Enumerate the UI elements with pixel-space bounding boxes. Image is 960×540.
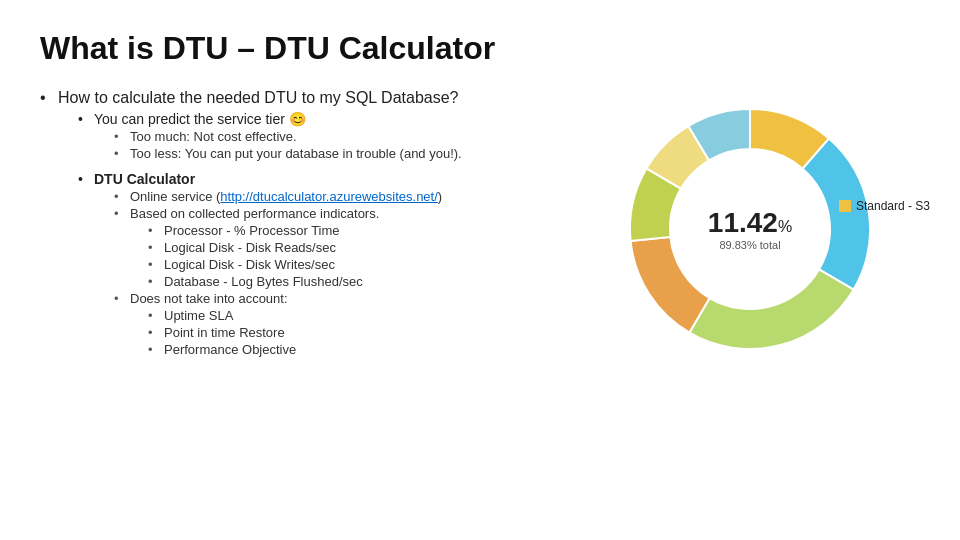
text-column: How to calculate the needed DTU to my SQ… — [40, 89, 580, 363]
list-item-l2-2: DTU Calculator Online service (http://dt… — [78, 171, 560, 357]
indicator-disk-reads: Logical Disk - Disk Reads/sec — [148, 240, 560, 255]
no-account-list: Uptime SLA Point in time Restore Perform… — [130, 308, 560, 357]
list-item-online-service: Online service (http://dtucalculator.azu… — [114, 189, 560, 204]
slide: What is DTU – DTU Calculator How to calc… — [0, 0, 960, 540]
list-item-l2-1: You can predict the service tier 😊 Too m… — [78, 111, 560, 161]
sub-list-1-1: Too much: Not cost effective. Too less: … — [94, 129, 560, 161]
donut-center: 11.42% 89.83% total — [708, 207, 792, 251]
no-account-point-restore: Point in time Restore — [148, 325, 560, 340]
list-item-based-on: Based on collected performance indicator… — [114, 206, 560, 289]
list-item-l1-1: How to calculate the needed DTU to my SQ… — [40, 89, 560, 357]
donut-total: 89.83% total — [708, 239, 792, 251]
list-item-l3-2: Too less: You can put your database in t… — [114, 146, 560, 161]
chart-column: 11.42% 89.83% total Standard - S3 — [580, 79, 920, 379]
content-area: How to calculate the needed DTU to my SQ… — [40, 89, 920, 379]
page-title: What is DTU – DTU Calculator — [40, 30, 920, 67]
list-item-does-not: Does not take into account: Uptime SLA P… — [114, 291, 560, 357]
indicator-log-bytes: Database - Log Bytes Flushed/sec — [148, 274, 560, 289]
donut-percent: 11.42% — [708, 207, 792, 239]
legend-color-standard — [839, 200, 851, 212]
main-list: How to calculate the needed DTU to my SQ… — [40, 89, 560, 357]
chart-legend: Standard - S3 — [839, 199, 930, 215]
legend-label-standard: Standard - S3 — [856, 199, 930, 213]
no-account-uptime: Uptime SLA — [148, 308, 560, 323]
legend-item-standard: Standard - S3 — [839, 199, 930, 213]
sub-list-1: You can predict the service tier 😊 Too m… — [58, 111, 560, 357]
sub-list-2-1: Online service (http://dtucalculator.azu… — [94, 189, 560, 357]
donut-chart: 11.42% 89.83% total — [600, 79, 900, 379]
indicators-list: Processor - % Processor Time Logical Dis… — [130, 223, 560, 289]
indicator-disk-writes: Logical Disk - Disk Writes/sec — [148, 257, 560, 272]
indicator-processor: Processor - % Processor Time — [148, 223, 560, 238]
list-item-l3-1: Too much: Not cost effective. — [114, 129, 560, 144]
no-account-perf-obj: Performance Objective — [148, 342, 560, 357]
